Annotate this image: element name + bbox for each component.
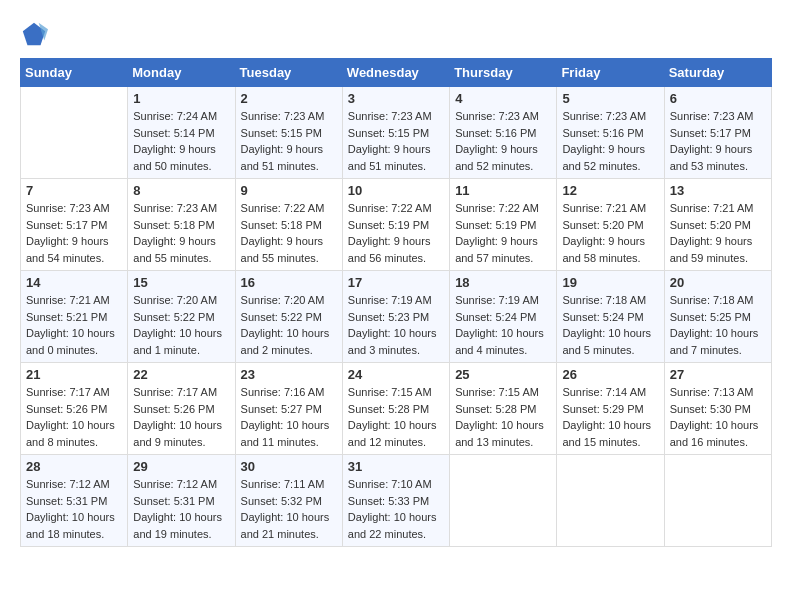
day-info: Sunrise: 7:23 AMSunset: 5:18 PMDaylight:… — [133, 202, 217, 264]
day-cell: 6 Sunrise: 7:23 AMSunset: 5:17 PMDayligh… — [664, 87, 771, 179]
day-cell: 8 Sunrise: 7:23 AMSunset: 5:18 PMDayligh… — [128, 179, 235, 271]
day-cell: 28 Sunrise: 7:12 AMSunset: 5:31 PMDaylig… — [21, 455, 128, 547]
day-info: Sunrise: 7:17 AMSunset: 5:26 PMDaylight:… — [26, 386, 115, 448]
day-cell: 4 Sunrise: 7:23 AMSunset: 5:16 PMDayligh… — [450, 87, 557, 179]
logo-icon — [20, 20, 48, 48]
header-row: SundayMondayTuesdayWednesdayThursdayFrid… — [21, 59, 772, 87]
day-cell: 25 Sunrise: 7:15 AMSunset: 5:28 PMDaylig… — [450, 363, 557, 455]
day-info: Sunrise: 7:23 AMSunset: 5:16 PMDaylight:… — [455, 110, 539, 172]
day-info: Sunrise: 7:20 AMSunset: 5:22 PMDaylight:… — [241, 294, 330, 356]
day-cell: 5 Sunrise: 7:23 AMSunset: 5:16 PMDayligh… — [557, 87, 664, 179]
day-number: 16 — [241, 275, 337, 290]
week-row-1: 1 Sunrise: 7:24 AMSunset: 5:14 PMDayligh… — [21, 87, 772, 179]
day-info: Sunrise: 7:22 AMSunset: 5:19 PMDaylight:… — [455, 202, 539, 264]
day-number: 8 — [133, 183, 229, 198]
day-info: Sunrise: 7:21 AMSunset: 5:20 PMDaylight:… — [670, 202, 754, 264]
day-cell: 24 Sunrise: 7:15 AMSunset: 5:28 PMDaylig… — [342, 363, 449, 455]
day-info: Sunrise: 7:19 AMSunset: 5:24 PMDaylight:… — [455, 294, 544, 356]
day-number: 12 — [562, 183, 658, 198]
day-cell: 3 Sunrise: 7:23 AMSunset: 5:15 PMDayligh… — [342, 87, 449, 179]
day-info: Sunrise: 7:19 AMSunset: 5:23 PMDaylight:… — [348, 294, 437, 356]
day-cell: 31 Sunrise: 7:10 AMSunset: 5:33 PMDaylig… — [342, 455, 449, 547]
day-info: Sunrise: 7:14 AMSunset: 5:29 PMDaylight:… — [562, 386, 651, 448]
day-number: 14 — [26, 275, 122, 290]
day-cell — [21, 87, 128, 179]
day-cell: 12 Sunrise: 7:21 AMSunset: 5:20 PMDaylig… — [557, 179, 664, 271]
page-header — [20, 20, 772, 48]
day-number: 30 — [241, 459, 337, 474]
day-number: 28 — [26, 459, 122, 474]
day-info: Sunrise: 7:16 AMSunset: 5:27 PMDaylight:… — [241, 386, 330, 448]
day-info: Sunrise: 7:22 AMSunset: 5:18 PMDaylight:… — [241, 202, 325, 264]
header-saturday: Saturday — [664, 59, 771, 87]
day-number: 27 — [670, 367, 766, 382]
day-cell: 13 Sunrise: 7:21 AMSunset: 5:20 PMDaylig… — [664, 179, 771, 271]
calendar-table: SundayMondayTuesdayWednesdayThursdayFrid… — [20, 58, 772, 547]
day-info: Sunrise: 7:18 AMSunset: 5:25 PMDaylight:… — [670, 294, 759, 356]
day-info: Sunrise: 7:13 AMSunset: 5:30 PMDaylight:… — [670, 386, 759, 448]
day-info: Sunrise: 7:23 AMSunset: 5:16 PMDaylight:… — [562, 110, 646, 172]
day-cell — [450, 455, 557, 547]
day-cell: 27 Sunrise: 7:13 AMSunset: 5:30 PMDaylig… — [664, 363, 771, 455]
header-wednesday: Wednesday — [342, 59, 449, 87]
day-cell: 21 Sunrise: 7:17 AMSunset: 5:26 PMDaylig… — [21, 363, 128, 455]
week-row-3: 14 Sunrise: 7:21 AMSunset: 5:21 PMDaylig… — [21, 271, 772, 363]
day-cell: 29 Sunrise: 7:12 AMSunset: 5:31 PMDaylig… — [128, 455, 235, 547]
day-cell: 17 Sunrise: 7:19 AMSunset: 5:23 PMDaylig… — [342, 271, 449, 363]
day-cell: 18 Sunrise: 7:19 AMSunset: 5:24 PMDaylig… — [450, 271, 557, 363]
day-number: 5 — [562, 91, 658, 106]
day-cell: 7 Sunrise: 7:23 AMSunset: 5:17 PMDayligh… — [21, 179, 128, 271]
day-cell: 1 Sunrise: 7:24 AMSunset: 5:14 PMDayligh… — [128, 87, 235, 179]
header-sunday: Sunday — [21, 59, 128, 87]
day-info: Sunrise: 7:17 AMSunset: 5:26 PMDaylight:… — [133, 386, 222, 448]
day-info: Sunrise: 7:23 AMSunset: 5:15 PMDaylight:… — [348, 110, 432, 172]
day-cell: 10 Sunrise: 7:22 AMSunset: 5:19 PMDaylig… — [342, 179, 449, 271]
day-cell: 9 Sunrise: 7:22 AMSunset: 5:18 PMDayligh… — [235, 179, 342, 271]
day-cell — [557, 455, 664, 547]
day-info: Sunrise: 7:15 AMSunset: 5:28 PMDaylight:… — [455, 386, 544, 448]
day-cell: 2 Sunrise: 7:23 AMSunset: 5:15 PMDayligh… — [235, 87, 342, 179]
day-number: 7 — [26, 183, 122, 198]
day-number: 19 — [562, 275, 658, 290]
day-number: 25 — [455, 367, 551, 382]
day-cell: 16 Sunrise: 7:20 AMSunset: 5:22 PMDaylig… — [235, 271, 342, 363]
day-number: 23 — [241, 367, 337, 382]
day-number: 9 — [241, 183, 337, 198]
day-number: 21 — [26, 367, 122, 382]
day-number: 15 — [133, 275, 229, 290]
day-number: 2 — [241, 91, 337, 106]
day-info: Sunrise: 7:22 AMSunset: 5:19 PMDaylight:… — [348, 202, 432, 264]
day-number: 1 — [133, 91, 229, 106]
day-cell: 20 Sunrise: 7:18 AMSunset: 5:25 PMDaylig… — [664, 271, 771, 363]
day-cell: 11 Sunrise: 7:22 AMSunset: 5:19 PMDaylig… — [450, 179, 557, 271]
day-number: 18 — [455, 275, 551, 290]
day-number: 10 — [348, 183, 444, 198]
day-info: Sunrise: 7:10 AMSunset: 5:33 PMDaylight:… — [348, 478, 437, 540]
header-thursday: Thursday — [450, 59, 557, 87]
day-cell: 30 Sunrise: 7:11 AMSunset: 5:32 PMDaylig… — [235, 455, 342, 547]
day-info: Sunrise: 7:11 AMSunset: 5:32 PMDaylight:… — [241, 478, 330, 540]
header-monday: Monday — [128, 59, 235, 87]
day-info: Sunrise: 7:12 AMSunset: 5:31 PMDaylight:… — [26, 478, 115, 540]
header-tuesday: Tuesday — [235, 59, 342, 87]
day-number: 4 — [455, 91, 551, 106]
day-info: Sunrise: 7:15 AMSunset: 5:28 PMDaylight:… — [348, 386, 437, 448]
day-number: 24 — [348, 367, 444, 382]
day-info: Sunrise: 7:20 AMSunset: 5:22 PMDaylight:… — [133, 294, 222, 356]
day-number: 31 — [348, 459, 444, 474]
week-row-2: 7 Sunrise: 7:23 AMSunset: 5:17 PMDayligh… — [21, 179, 772, 271]
header-friday: Friday — [557, 59, 664, 87]
day-number: 13 — [670, 183, 766, 198]
day-cell: 15 Sunrise: 7:20 AMSunset: 5:22 PMDaylig… — [128, 271, 235, 363]
day-info: Sunrise: 7:24 AMSunset: 5:14 PMDaylight:… — [133, 110, 217, 172]
day-info: Sunrise: 7:21 AMSunset: 5:21 PMDaylight:… — [26, 294, 115, 356]
day-info: Sunrise: 7:23 AMSunset: 5:15 PMDaylight:… — [241, 110, 325, 172]
day-cell: 26 Sunrise: 7:14 AMSunset: 5:29 PMDaylig… — [557, 363, 664, 455]
day-number: 17 — [348, 275, 444, 290]
logo — [20, 20, 52, 48]
day-cell: 23 Sunrise: 7:16 AMSunset: 5:27 PMDaylig… — [235, 363, 342, 455]
day-number: 29 — [133, 459, 229, 474]
day-cell — [664, 455, 771, 547]
day-cell: 19 Sunrise: 7:18 AMSunset: 5:24 PMDaylig… — [557, 271, 664, 363]
day-number: 26 — [562, 367, 658, 382]
